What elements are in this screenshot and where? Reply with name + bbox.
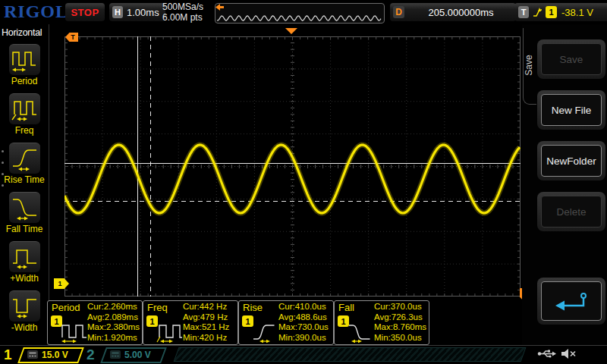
- menu-item-plus-width-label: +Width: [0, 273, 49, 284]
- measurement-box-period: Period 1 Cur:2.260ms Avg:2.089ms Max:2.3…: [47, 300, 143, 345]
- dc-coupling-icon: [110, 350, 121, 359]
- usb-icon: [537, 348, 557, 359]
- rise-time-icon: [9, 143, 40, 174]
- return-arrow-icon: [552, 290, 591, 312]
- trigger-level-value: -38.1 V: [561, 7, 593, 18]
- menu-scroll-dot: [2, 184, 4, 187]
- oscilloscope-screen: RIGOL STOP H 1.00ms 500MSa/s 6.00M pts D…: [0, 0, 607, 364]
- speaker-muted-icon: [560, 347, 577, 360]
- period-wave-icon: [61, 321, 88, 344]
- sample-rate: 500MSa/s: [162, 2, 203, 12]
- acquisition-info: 500MSa/s 6.00M pts: [162, 2, 203, 23]
- trigger-source-badge: 1: [546, 6, 557, 18]
- menu-item-period-label: Period: [0, 76, 49, 86]
- measurement-values: Cur:370.0us Avg:726.3us Max:8.760ms Min:…: [374, 302, 426, 343]
- menu-tab-title: Save: [524, 55, 534, 75]
- measurement-name: Fall: [338, 302, 354, 313]
- graticule-and-waveform: [64, 36, 521, 297]
- minus-width-icon: [9, 291, 40, 322]
- channel2-scale-content: 5.00 V: [110, 348, 151, 361]
- trigger-badge: T: [518, 6, 529, 18]
- measurement-box-freq: Freq 1 Cur:442 Hz Avg:479 Hz Max:521 Hz …: [143, 300, 238, 345]
- channel1-scale-content: 15.0 V: [27, 348, 68, 361]
- menu-tab-save: Save: [523, 28, 536, 105]
- measurement-name: Rise: [243, 302, 263, 313]
- trigger-delay-value: 205.000000ms: [409, 7, 513, 18]
- save-button[interactable]: Save: [537, 39, 605, 79]
- menu-scroll-dot: [2, 150, 4, 152]
- waveform-display: [64, 36, 521, 297]
- channel1-label[interactable]: 1: [4, 347, 12, 363]
- plus-width-icon: [9, 242, 40, 272]
- delay-badge: D: [393, 6, 404, 18]
- top-status-bar: RIGOL STOP H 1.00ms 500MSa/s 6.00M pts D…: [0, 0, 607, 24]
- menu-item-minus-width-button[interactable]: [9, 290, 40, 322]
- measurement-values: Cur:442 Hz Avg:479 Hz Max:521 Hz Min:420…: [183, 302, 229, 343]
- measurement-name: Period: [52, 302, 80, 313]
- menu-item-minus-width-label: -Width: [0, 322, 49, 333]
- fall-time-icon: [9, 193, 40, 223]
- delete-button[interactable]: Delete: [537, 192, 605, 231]
- measurement-box-fall: Fall 1 Cur:370.0us Avg:726.3us Max:8.760…: [334, 300, 429, 345]
- horizontal-scale-value: 1.00ms: [127, 7, 159, 18]
- trigger-info-box: T 1 -38.1 V: [514, 3, 607, 21]
- right-soft-menu: Save Save New File NewFolder Delete: [522, 24, 607, 345]
- new-folder-button[interactable]: NewFolder: [537, 141, 605, 180]
- menu-scroll-dot: [2, 173, 4, 175]
- dc-coupling-icon: [27, 350, 38, 359]
- h-badge: H: [112, 6, 123, 18]
- run-stop-indicator[interactable]: STOP: [65, 3, 105, 21]
- menu-item-plus-width-button[interactable]: [9, 241, 40, 272]
- window-position-arrow-icon: [215, 4, 225, 11]
- measurement-values: Cur:2.260ms Avg:2.089ms Max:2.380ms Min:…: [87, 302, 140, 343]
- fall-edge-icon: [348, 321, 375, 344]
- rigol-logo: RIGOL: [4, 2, 68, 22]
- memory-depth: 6.00M pts: [162, 12, 203, 23]
- period-icon: [9, 45, 40, 75]
- freq-icon: [9, 94, 40, 124]
- menu-item-rise-time-label: Rise Time: [0, 174, 49, 185]
- menu-item-rise-time-button[interactable]: [9, 143, 40, 174]
- menu-item-period-button[interactable]: [9, 44, 40, 75]
- rise-edge-icon: [252, 321, 279, 344]
- menu-scroll-dot: [2, 162, 4, 164]
- rising-edge-icon: [532, 7, 543, 18]
- horizontal-scale-box: H 1.00ms: [109, 3, 165, 21]
- menu-item-fall-time-label: Fall Time: [0, 224, 49, 234]
- channel1-scale-value: 15.0 V: [42, 350, 68, 360]
- channel2-scale-value: 5.00 V: [124, 350, 151, 360]
- waveform-overview-strip: [215, 3, 385, 24]
- measurement-box-rise: Rise 1 Cur:410.0us Avg:488.6us Max:730.0…: [238, 300, 334, 345]
- measurement-name: Freq: [147, 302, 168, 313]
- menu-item-freq-button[interactable]: [9, 93, 40, 124]
- channel2-label[interactable]: 2: [86, 347, 95, 363]
- measurement-values: Cur:410.0us Avg:488.6us Max:730.0us Min:…: [278, 302, 329, 343]
- overview-waveform: [215, 4, 382, 23]
- menu-item-fall-time-button[interactable]: [9, 192, 40, 223]
- freq-wave-icon: [156, 321, 184, 344]
- trigger-position-marker-icon[interactable]: [285, 28, 297, 34]
- back-button[interactable]: [537, 278, 605, 325]
- new-file-button[interactable]: New File: [537, 90, 605, 130]
- channel-bar-filler: [174, 347, 527, 362]
- menu-item-freq-label: Freq: [0, 125, 49, 136]
- left-menu-title: Horizontal: [2, 27, 42, 38]
- trigger-delay-box: D 205.000000ms: [390, 3, 516, 21]
